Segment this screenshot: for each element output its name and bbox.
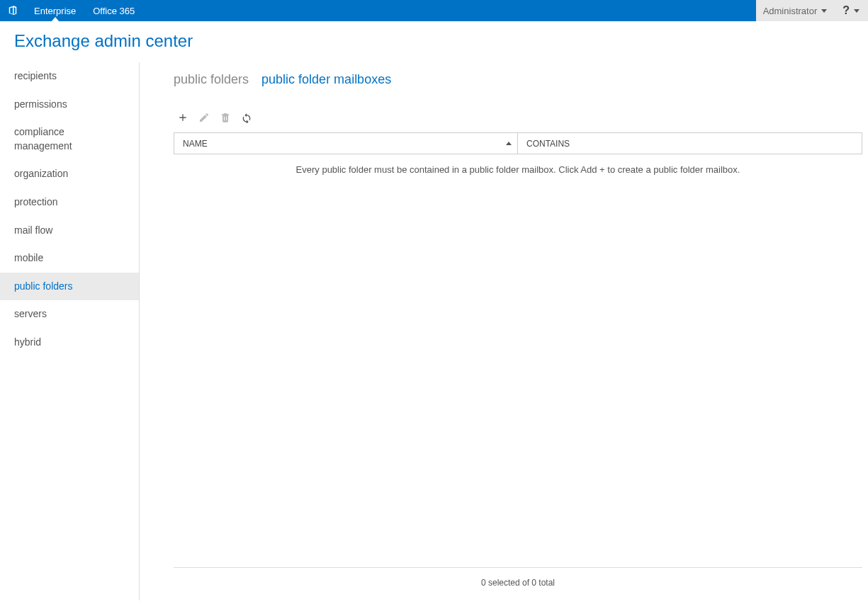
- tab-public-folder-mailboxes[interactable]: public folder mailboxes: [261, 72, 391, 87]
- tab-public-folders[interactable]: public folders: [174, 72, 249, 87]
- sidebar-item-servers[interactable]: servers: [0, 300, 139, 329]
- user-label: Administrator: [763, 6, 818, 16]
- sidebar-item-mail-flow[interactable]: mail flow: [0, 217, 139, 245]
- table-body: [174, 185, 862, 567]
- sidebar-item-organization[interactable]: organization: [0, 160, 139, 188]
- sidebar-item-compliance-management[interactable]: compliance management: [0, 118, 139, 160]
- sidebar-item-label: permissions: [14, 98, 67, 110]
- sidebar: recipients permissions compliance manage…: [0, 62, 140, 600]
- sort-ascending-icon: [506, 142, 512, 145]
- column-label: CONTAINS: [526, 139, 570, 149]
- add-icon[interactable]: [176, 111, 189, 124]
- sidebar-item-recipients[interactable]: recipients: [0, 62, 139, 91]
- content-area: public folders public folder mailboxes N…: [140, 62, 868, 600]
- selection-status: 0 selected of 0 total: [174, 567, 862, 598]
- tab-label: public folder mailboxes: [261, 72, 391, 86]
- sidebar-item-label: protection: [14, 196, 57, 207]
- data-table: NAME CONTAINS: [174, 132, 862, 154]
- top-nav-office-365[interactable]: Office 365: [84, 0, 143, 21]
- help-icon: ?: [842, 4, 850, 17]
- user-menu[interactable]: Administrator: [756, 0, 835, 21]
- sidebar-item-mobile[interactable]: mobile: [0, 244, 139, 273]
- top-nav-enterprise[interactable]: Enterprise: [26, 0, 84, 21]
- main-layout: recipients permissions compliance manage…: [0, 62, 868, 600]
- sidebar-item-public-folders[interactable]: public folders: [0, 273, 139, 301]
- sidebar-item-label: recipients: [14, 70, 57, 81]
- top-bar: Enterprise Office 365 Administrator ?: [0, 0, 868, 21]
- tabs: public folders public folder mailboxes: [174, 62, 862, 107]
- app-title: Exchange admin center: [14, 31, 854, 51]
- toolbar: [174, 107, 862, 131]
- table-header: NAME CONTAINS: [174, 133, 862, 154]
- sidebar-item-label: servers: [14, 308, 47, 319]
- delete-icon: [219, 111, 232, 124]
- refresh-icon[interactable]: [240, 111, 253, 124]
- column-header-contains[interactable]: CONTAINS: [518, 139, 862, 149]
- sidebar-item-protection[interactable]: protection: [0, 188, 139, 217]
- sidebar-item-label: public folders: [14, 280, 73, 292]
- sidebar-item-label: mobile: [14, 252, 43, 263]
- column-header-name[interactable]: NAME: [174, 133, 518, 154]
- sidebar-item-label: hybrid: [14, 336, 41, 348]
- tab-label: public folders: [174, 72, 249, 86]
- top-nav-label: Enterprise: [34, 6, 76, 16]
- caret-down-icon: [821, 9, 827, 13]
- help-menu[interactable]: ?: [834, 0, 868, 21]
- office-logo-icon[interactable]: [0, 0, 26, 21]
- table-empty-message: Every public folder must be contained in…: [174, 154, 862, 185]
- top-bar-left: Enterprise Office 365: [0, 0, 143, 21]
- app-title-bar: Exchange admin center: [0, 21, 868, 62]
- sidebar-item-label: compliance management: [14, 126, 72, 152]
- top-nav-label: Office 365: [93, 6, 135, 16]
- sidebar-item-permissions[interactable]: permissions: [0, 91, 139, 119]
- sidebar-item-label: mail flow: [14, 224, 52, 236]
- sidebar-item-label: organization: [14, 168, 68, 179]
- edit-icon: [198, 111, 210, 124]
- caret-down-icon: [854, 9, 859, 13]
- sidebar-item-hybrid[interactable]: hybrid: [0, 329, 139, 357]
- top-bar-right: Administrator ?: [756, 0, 868, 21]
- column-label: NAME: [183, 139, 208, 149]
